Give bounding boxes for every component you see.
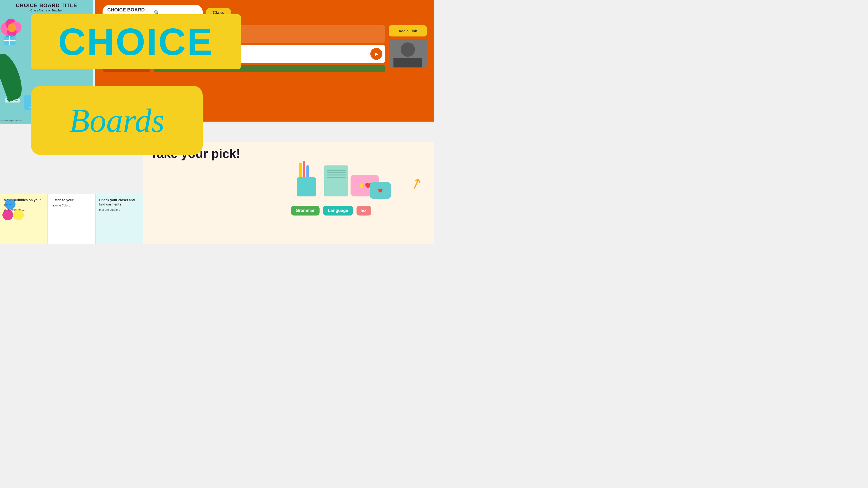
bottom-card-3-text: that are purple... — [99, 208, 139, 212]
main-container: CHOICE BOARD TITLE Class Name or Teacher… — [0, 0, 434, 244]
notebook-lines — [324, 165, 348, 180]
bottom-card-2-title: Listen to your — [52, 198, 92, 202]
cup-body — [297, 177, 316, 196]
ex-label: Ex — [361, 208, 367, 213]
str-right-section: Add a Link — [389, 25, 427, 72]
tl-board-title: CHOICE BOARD TITLE — [0, 2, 93, 8]
bottom-card-3: Check your closet and find garments that… — [95, 194, 143, 244]
green-leaf-deco — [0, 51, 27, 102]
subject-cards: Grammar Language Ex — [291, 206, 371, 216]
chat-bubble-teal: ❤️ — [370, 182, 391, 199]
grammar-card[interactable]: Grammar — [291, 206, 319, 216]
language-card[interactable]: Language — [323, 206, 353, 216]
circle-yellow — [13, 209, 24, 220]
choice-text: CHOICE — [58, 23, 214, 61]
grammar-label: Grammar — [296, 208, 315, 213]
boards-overlay-banner: Boards — [31, 86, 203, 155]
ex-card[interactable]: Ex — [356, 206, 371, 216]
play-button[interactable]: ▶ — [370, 48, 382, 60]
bottom-card-3-title: Check your closet and find garments — [99, 198, 139, 206]
pencil-cup-illustration — [291, 158, 322, 196]
circle-blue — [5, 199, 16, 209]
person-image-2 — [389, 39, 427, 67]
language-label: Language — [328, 208, 348, 213]
slide-bottom-right: Take your pick! ⭐ ❤️ ❤️ — [143, 141, 434, 244]
bottom-card-2: Listen to your favorite Color... — [48, 194, 95, 244]
tl-use-page-text: Use this page to link to r — [1, 120, 22, 122]
tl-header: CHOICE BOARD TITLE Class Name or Teacher — [0, 0, 93, 12]
arrow-decoration: ↗ — [408, 173, 425, 193]
notebook-line-1 — [327, 170, 346, 171]
svg-rect-15 — [394, 58, 422, 67]
bottom-card-2-text: favorite Color... — [52, 204, 92, 208]
choice-overlay-banner: CHOICE — [31, 14, 241, 69]
heart-icon-2: ❤️ — [378, 188, 383, 193]
flower-deco-pink — [0, 14, 27, 50]
svg-point-4 — [8, 24, 16, 32]
notebook-line-3 — [327, 174, 346, 175]
tl-subtitle: Class Name or Teacher — [0, 8, 93, 12]
chat-bubbles-illustration: ⭐ ❤️ ❤️ — [350, 175, 379, 196]
str-yellow-add-link[interactable]: Add a Link — [389, 25, 427, 36]
notebook-illustration — [324, 165, 348, 196]
boards-text: Boards — [69, 101, 164, 140]
star-icon: ⭐ — [359, 183, 365, 189]
color-circles-illustration — [2, 199, 24, 220]
notebook-line-2 — [327, 172, 346, 173]
notebook-line-4 — [327, 177, 346, 177]
circle-red — [2, 209, 13, 220]
svg-point-14 — [401, 42, 415, 57]
